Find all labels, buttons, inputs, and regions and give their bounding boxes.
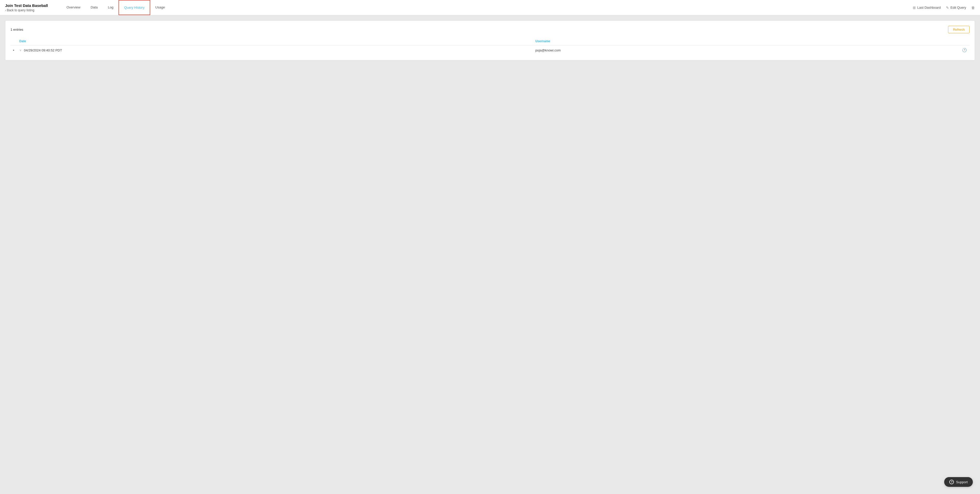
support-icon: ?: [949, 480, 954, 484]
expand-icon[interactable]: ∨: [19, 49, 21, 52]
main-content: 1 entries Refresh Date Username •: [0, 15, 980, 65]
pencil-icon: ✎: [946, 6, 949, 10]
back-link[interactable]: ‹ Back to query listing: [5, 8, 56, 12]
row-bullet-cell: •: [11, 45, 17, 55]
date-value: 04/29/2024 09:40:52 PDT: [24, 48, 62, 52]
col-date: Date: [17, 37, 533, 45]
header-right: ⊞ Last Dashboard ✎ Edit Query 🗑: [913, 6, 975, 10]
col-actions: [862, 37, 969, 45]
date-cell: ∨ 04/29/2024 09:40:52 PDT: [17, 45, 533, 55]
app-title: Join Test Data Baseball: [5, 3, 56, 8]
tab-log[interactable]: Log: [103, 0, 119, 15]
col-username: Username: [533, 37, 862, 45]
bullet-icon: •: [13, 48, 14, 52]
entries-label: 1 entries: [11, 28, 23, 32]
header-left: Join Test Data Baseball ‹ Back to query …: [5, 3, 56, 12]
history-table: Date Username • ∨ 04/29/2024 09:40:52 PD…: [11, 37, 969, 55]
back-link-label: Back to query listing: [7, 8, 34, 12]
tab-nav: Overview Data Log Query History Usage: [61, 0, 170, 15]
trash-icon: 🗑: [971, 6, 975, 10]
table-header-row: Date Username: [11, 37, 969, 45]
tab-query-history[interactable]: Query History: [118, 0, 150, 15]
table-head: Date Username: [11, 37, 969, 45]
table-row: • ∨ 04/29/2024 09:40:52 PDT puja@knowi.c…: [11, 45, 969, 55]
support-button[interactable]: ? Support: [944, 477, 973, 487]
page-header: Join Test Data Baseball ‹ Back to query …: [0, 0, 980, 15]
clock-icon[interactable]: 🕐: [962, 48, 967, 52]
last-dashboard-label: Last Dashboard: [917, 6, 941, 10]
support-label: Support: [956, 480, 968, 484]
delete-action[interactable]: 🗑: [971, 6, 975, 10]
grid-icon: ⊞: [913, 6, 916, 10]
edit-query-label: Edit Query: [951, 6, 966, 10]
tab-usage[interactable]: Usage: [150, 0, 170, 15]
tab-data[interactable]: Data: [86, 0, 103, 15]
row-actions-cell: 🕐: [862, 45, 969, 55]
last-dashboard-action[interactable]: ⊞ Last Dashboard: [913, 6, 941, 10]
edit-query-action[interactable]: ✎ Edit Query: [946, 6, 966, 10]
card-header: 1 entries Refresh: [11, 26, 969, 33]
tab-overview[interactable]: Overview: [61, 0, 86, 15]
col-bullet: [11, 37, 17, 45]
back-arrow-icon: ‹: [5, 9, 6, 12]
table-body: • ∨ 04/29/2024 09:40:52 PDT puja@knowi.c…: [11, 45, 969, 55]
username-cell: puja@knowi.com: [533, 45, 862, 55]
content-card: 1 entries Refresh Date Username •: [5, 21, 975, 61]
refresh-button[interactable]: Refresh: [948, 26, 969, 33]
